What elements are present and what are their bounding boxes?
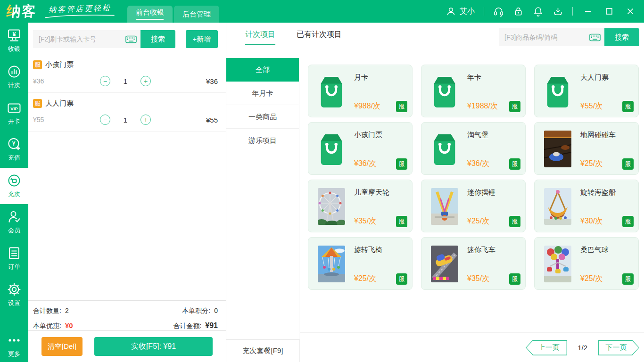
barcode-input[interactable] <box>499 28 604 46</box>
minimize-icon <box>583 6 593 16</box>
active-tab-underline <box>245 44 275 45</box>
cart-item-list: 服 小孩门票 ¥36 − 1 + ¥36 服 大人门票 <box>28 54 226 300</box>
ferris-wheel-photo <box>316 187 347 226</box>
vip-card-icon: VIP <box>7 101 21 115</box>
service-badge: 服 <box>622 216 634 227</box>
cart-item-qty: 1 <box>122 116 129 124</box>
orders-list-icon <box>7 246 21 260</box>
category-class-one-goods[interactable]: 一类商品 <box>226 105 299 129</box>
product-card[interactable]: 儿童摩天轮 ¥35/次 服 <box>308 180 413 232</box>
product-card[interactable]: 迷你摆锤 ¥25/次 服 <box>421 180 526 232</box>
recount-package-button[interactable]: 充次套餐[F9] <box>226 339 300 362</box>
window-maximize-button[interactable] <box>603 5 615 17</box>
headset-support-icon[interactable] <box>493 6 504 17</box>
increase-qty-button[interactable]: + <box>140 76 151 86</box>
notification-bell-icon[interactable] <box>533 6 544 17</box>
nav-item-recount[interactable]: 充次 <box>0 168 28 204</box>
shopping-bag-icon <box>316 72 347 111</box>
nav-item-more[interactable]: 更多 <box>0 329 28 362</box>
service-badge: 服 <box>396 273 407 285</box>
keyboard-icon[interactable] <box>125 35 137 43</box>
service-badge: 服 <box>622 101 634 112</box>
tab-back-management[interactable]: 后台管理 <box>174 6 219 23</box>
nav-item-settings[interactable]: 设置 <box>0 277 28 313</box>
service-badge: 服 <box>509 158 520 170</box>
tab-front-cashier[interactable]: 前台收银 <box>127 6 173 23</box>
clear-cart-button[interactable]: 清空[Del] <box>41 337 83 356</box>
service-badge: 服 <box>622 158 634 170</box>
product-name: 小孩门票 <box>354 131 406 140</box>
cart-item-name: 大人门票 <box>45 99 74 108</box>
product-card[interactable]: 小孩门票 ¥36/次 服 <box>308 122 413 175</box>
decrease-qty-button[interactable]: − <box>100 115 110 125</box>
cart-item-unit-price: ¥36 <box>33 77 78 85</box>
product-card[interactable]: 淘气堡 ¥36/次 服 <box>421 122 526 175</box>
nav-item-recharge[interactable]: ¥ 充值 <box>0 132 28 168</box>
nav-item-cashier[interactable]: ¥ 收银 <box>0 23 28 59</box>
window-minimize-button[interactable] <box>582 5 594 17</box>
window-close-button[interactable] <box>624 5 636 17</box>
product-search-button[interactable]: 搜索 <box>604 28 639 46</box>
total-qty-label: 合计数量: <box>33 307 61 314</box>
samba-balloon-photo <box>542 244 573 284</box>
product-card[interactable]: 旋转飞椅 ¥25/次 服 <box>308 237 413 290</box>
product-card[interactable]: 年卡 ¥1988/次 服 <box>421 65 526 117</box>
category-all[interactable]: 全部 <box>226 58 299 82</box>
service-badge: 服 <box>396 158 407 170</box>
cart-item: 服 大人门票 ¥55 − 1 + ¥55 <box>28 93 226 132</box>
pagination: 上一页 1/2 下一页 <box>526 340 639 355</box>
service-badge: 服 <box>33 60 42 69</box>
top-right-controls: 艾小 <box>446 5 644 17</box>
product-card[interactable]: 月卡 ¥988/次 服 <box>308 65 413 117</box>
product-card[interactable]: 大人门票 ¥55/次 服 <box>534 65 639 117</box>
decrease-qty-button[interactable]: − <box>100 76 110 86</box>
product-card[interactable]: 旋转海盗船 ¥30/次 服 <box>534 180 639 232</box>
product-name: 年卡 <box>467 73 520 82</box>
tab-existing-count-items[interactable]: 已有计次项目 <box>297 30 342 45</box>
nav-item-members[interactable]: 会员 <box>0 204 28 240</box>
service-badge: 服 <box>509 216 520 227</box>
next-page-button[interactable]: 下一页 <box>598 340 639 355</box>
brand-tagline: 纳客管店更轻松 <box>44 4 115 18</box>
top-bar: 纳客 纳客管店更轻松 前台收银 后台管理 艾小 <box>0 0 644 23</box>
product-card[interactable]: 桑巴气球 ¥25/次 服 <box>534 237 639 290</box>
checkout-button[interactable]: 实收[F5]: ¥91 <box>94 337 213 356</box>
add-member-button[interactable]: +新增 <box>186 30 218 48</box>
keyboard-icon[interactable] <box>589 33 601 41</box>
divider <box>484 7 484 16</box>
increase-qty-button[interactable]: + <box>140 115 151 125</box>
cart-search-button[interactable]: 搜索 <box>140 30 175 48</box>
nav-item-counting[interactable]: 计次 <box>0 59 28 95</box>
category-year-month-card[interactable]: 年月卡 <box>226 82 299 105</box>
current-user[interactable]: 艾小 <box>446 6 475 17</box>
product-card[interactable]: 迷你飞车 ¥35/次 服 <box>421 237 526 290</box>
svg-text:¥: ¥ <box>12 140 16 147</box>
main-header: 计次项目 已有计次项目 搜索 <box>226 23 644 52</box>
service-badge: 服 <box>396 101 407 112</box>
points-label: 本单积分: <box>182 307 210 314</box>
prev-page-button[interactable]: 上一页 <box>526 340 567 355</box>
recount-repeat-icon <box>7 173 21 188</box>
count-chart-icon <box>7 65 21 79</box>
brand-logo-text: 纳客 <box>6 4 37 18</box>
bumper-cars-photo <box>542 129 573 169</box>
card-search-wrap <box>33 30 140 48</box>
product-card[interactable]: 地网碰碰车 ¥25/次 服 <box>534 122 639 175</box>
mode-tabs: 前台收银 后台管理 <box>127 6 219 23</box>
product-name: 月卡 <box>354 73 406 82</box>
user-name: 艾小 <box>460 7 475 16</box>
quantity-stepper: − 1 + <box>78 76 173 86</box>
points-value: 0 <box>214 307 218 314</box>
cart-item: 服 小孩门票 ¥36 − 1 + ¥36 <box>28 54 226 93</box>
nav-item-open-card[interactable]: VIP 开卡 <box>0 95 28 132</box>
tab-count-items[interactable]: 计次项目 <box>245 30 275 45</box>
main-area: 计次项目 已有计次项目 搜索 全部 年月卡 一类商品 游乐项目 <box>226 23 644 362</box>
nav-item-orders[interactable]: 订单 <box>0 240 28 277</box>
pirate-ship-photo <box>542 187 573 226</box>
category-amusement-items[interactable]: 游乐项目 <box>226 129 299 152</box>
lock-screen-icon[interactable] <box>513 6 524 17</box>
card-number-input[interactable] <box>33 30 140 48</box>
download-update-icon[interactable] <box>553 6 563 17</box>
product-search-row: 搜索 <box>499 28 639 46</box>
cart-item-total: ¥55 <box>173 116 218 124</box>
